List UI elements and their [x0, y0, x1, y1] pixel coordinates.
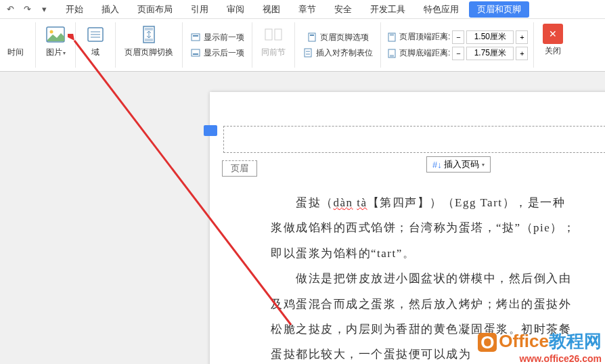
tab-developer[interactable]: 开发工具: [362, 1, 413, 18]
watermark-logo-icon: O: [478, 333, 497, 352]
footer-dist-plus[interactable]: +: [516, 47, 528, 60]
insert-pn-label: 插入页码: [444, 158, 479, 170]
ribbon-group-nav: 显示前一项 显示后一项: [183, 22, 252, 68]
options-icon: [307, 32, 317, 43]
svg-rect-8: [145, 39, 153, 41]
header-footer-switch-button[interactable]: 页眉页脚切换: [121, 22, 177, 60]
footer-dist-minus[interactable]: −: [452, 47, 464, 60]
header-dist-input[interactable]: [466, 30, 514, 44]
field-icon: [85, 24, 106, 45]
picture-icon: [45, 24, 66, 45]
document-page: 页眉 #↓ 插入页码 ▾ 蛋挞（dàn tà【第四声】）（Egg Tart），是…: [210, 92, 605, 364]
header-footer-options-button[interactable]: 页眉页脚选项: [305, 30, 371, 45]
menu-bar: ↶ ↷ ▾ 开始 插入 页面布局 引用 审阅 视图 章节 安全 开发工具 特色应…: [0, 0, 605, 19]
prev-icon: [190, 32, 201, 43]
svg-rect-23: [390, 55, 394, 57]
header-region[interactable]: [223, 126, 605, 153]
picture-label: 图片▾: [46, 47, 66, 58]
header-dist-label: 页眉顶端距离:: [399, 31, 450, 43]
svg-rect-9: [192, 34, 200, 41]
close-header-footer-button[interactable]: ✕ 关闭: [539, 22, 566, 58]
tab-header-footer[interactable]: 页眉和页脚: [469, 1, 529, 18]
body-line: 蛋挞（dàn tà【第四声】）（Egg Tart），是一种: [271, 190, 605, 215]
watermark-brand: Office: [499, 331, 549, 351]
header-distance-row: 页眉顶端距离: − +: [386, 30, 528, 44]
svg-rect-10: [193, 35, 198, 37]
ribbon-group-options: 页眉页脚选项 插入对齐制表位: [295, 22, 381, 68]
show-previous-button[interactable]: 显示前一项: [188, 30, 246, 45]
svg-rect-11: [192, 49, 200, 56]
footer-distance-row: 页脚底端距离: − +: [386, 47, 528, 60]
show-next-label: 显示后一项: [204, 47, 244, 59]
ribbon-group-close: ✕ 关闭: [534, 22, 572, 68]
header-dist-icon: [386, 32, 397, 43]
tab-view[interactable]: 视图: [254, 1, 288, 18]
quick-access: ↶ ↷ ▾: [3, 3, 51, 16]
svg-rect-17: [305, 49, 311, 57]
header-marker-icon: [204, 125, 217, 136]
header-tab-indicator: 页眉: [222, 160, 257, 177]
link-previous-button[interactable]: 同前节: [258, 22, 289, 60]
tab-sections[interactable]: 章节: [290, 1, 324, 18]
page-number-icon: #↓: [432, 160, 442, 170]
switch-icon: [138, 24, 160, 45]
ribbon-group-switch: 页眉页脚切换: [116, 22, 183, 68]
next-icon: [190, 47, 201, 58]
footer-dist-icon: [386, 48, 397, 59]
tab-page-layout[interactable]: 页面布局: [129, 1, 181, 18]
svg-point-1: [50, 30, 53, 34]
picture-button[interactable]: 图片▾: [41, 22, 70, 60]
ribbon-group-time: 时间: [0, 22, 36, 68]
link-prev-label: 同前节: [261, 47, 286, 57]
svg-rect-21: [390, 34, 394, 36]
link-icon: [263, 24, 284, 45]
footer-dist-input[interactable]: [466, 47, 514, 60]
ribbon: 时间 图片▾ 域 页眉页脚切换 显示前一项: [0, 19, 605, 72]
align-label: 插入对齐制表位: [316, 47, 373, 59]
watermark-suffix: 教程网: [549, 331, 602, 351]
tab-insert[interactable]: 插入: [93, 1, 127, 18]
chevron-down-icon: ▾: [482, 162, 485, 168]
time-button[interactable]: 时间: [1, 22, 30, 60]
align-tab-icon: [302, 47, 313, 58]
close-icon: ✕: [543, 24, 563, 44]
tab-special[interactable]: 特色应用: [416, 1, 467, 18]
svg-rect-15: [309, 33, 315, 41]
time-icon: [5, 24, 26, 45]
insert-align-tab-button[interactable]: 插入对齐制表位: [300, 46, 375, 60]
footer-dist-label: 页脚底端距离:: [399, 47, 450, 59]
field-button[interactable]: 域: [81, 22, 110, 60]
undo-icon[interactable]: ↶: [3, 3, 17, 16]
svg-rect-16: [310, 35, 314, 36]
body-line: 及鸡蛋混合而成之蛋浆，然后放入烤炉；烤出的蛋挞外: [271, 292, 605, 317]
svg-rect-7: [145, 28, 153, 30]
header-dist-plus[interactable]: +: [516, 30, 528, 44]
redo-icon[interactable]: ↷: [20, 3, 34, 16]
svg-rect-13: [265, 29, 272, 40]
field-label: 域: [91, 47, 99, 58]
show-next-button[interactable]: 显示后一项: [188, 46, 246, 60]
ribbon-group-link: 同前节: [252, 22, 295, 68]
tab-review[interactable]: 审阅: [219, 1, 252, 18]
watermark-url: www.office26.com: [478, 353, 602, 364]
show-prev-label: 显示前一项: [204, 32, 244, 43]
body-line: 做法是把饼皮放进小圆盆状的饼模中，然后倒入由: [271, 266, 605, 291]
header-dist-minus[interactable]: −: [452, 30, 464, 44]
svg-rect-14: [275, 29, 282, 40]
tab-start[interactable]: 开始: [58, 1, 91, 18]
body-line: 即以蛋浆为馅料的“tart”。: [271, 241, 605, 266]
tab-bar: 开始 插入 页面布局 引用 审阅 视图 章节 安全 开发工具 特色应用 页眉和页…: [58, 1, 529, 18]
ribbon-group-field: 域: [76, 22, 116, 68]
chevron-down-icon: ▾: [63, 50, 66, 56]
time-label: 时间: [7, 47, 24, 58]
tab-security[interactable]: 安全: [326, 1, 360, 18]
ribbon-group-distance: 页眉顶端距离: − + 页脚底端距离: − +: [381, 22, 534, 68]
close-label: 关闭: [545, 45, 561, 57]
tab-references[interactable]: 引用: [183, 1, 217, 18]
dropdown-icon[interactable]: ▾: [37, 3, 51, 16]
options-label: 页眉页脚选项: [320, 32, 369, 43]
watermark: OOffice教程网 www.office26.com: [478, 329, 602, 364]
switch-label: 页眉页脚切换: [125, 47, 173, 58]
insert-page-number-button[interactable]: #↓ 插入页码 ▾: [426, 156, 491, 173]
document-area: 页眉 #↓ 插入页码 ▾ 蛋挞（dàn tà【第四声】）（Egg Tart），是…: [0, 72, 605, 364]
